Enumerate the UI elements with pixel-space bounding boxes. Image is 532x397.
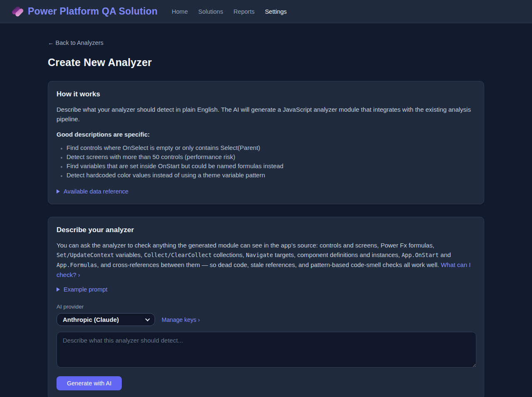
nav-item-reports[interactable]: Reports: [234, 8, 255, 15]
example-descriptions-list: Find controls where OnSelect is empty or…: [57, 143, 475, 180]
disclosure-triangle-icon: [57, 287, 60, 292]
inline-code: Set/UpdateContext: [57, 252, 114, 258]
list-item: Find variables that are set inside OnSta…: [66, 162, 475, 171]
power-platform-logo-icon: [12, 5, 24, 17]
main-nav: Home Solutions Reports Settings: [172, 8, 287, 15]
inline-text: targets, component definitions and insta…: [273, 251, 401, 258]
nav-item-solutions[interactable]: Solutions: [198, 8, 223, 15]
generate-with-ai-button[interactable]: Generate with AI: [57, 376, 122, 390]
inline-code: App.OnStart: [401, 252, 438, 258]
inline-text: , and cross-references between them — so…: [97, 261, 441, 268]
top-navigation-bar: Power Platform QA Solution Home Solution…: [0, 0, 532, 23]
list-item: Find controls where OnSelect is empty or…: [66, 143, 475, 152]
provider-row: Anthropic (Claude) Manage keys ›: [57, 313, 475, 326]
describe-analyzer-heading: Describe your analyzer: [57, 226, 475, 234]
main-content: ← Back to Analyzers Create New Analyzer …: [48, 23, 484, 397]
app-title: Power Platform QA Solution: [28, 6, 158, 17]
nav-item-settings[interactable]: Settings: [265, 8, 286, 15]
app-root: Power Platform QA Solution Home Solution…: [0, 0, 532, 397]
good-descriptions-subheading: Good descriptions are specific:: [57, 131, 475, 138]
brand[interactable]: Power Platform QA Solution: [12, 5, 158, 17]
disclosure-triangle-icon: [57, 189, 60, 194]
describe-analyzer-intro: You can ask the analyzer to check anythi…: [57, 240, 475, 279]
inline-text: You can ask the analyzer to check anythi…: [57, 242, 434, 249]
ai-provider-select[interactable]: Anthropic (Claude): [57, 313, 155, 326]
ai-provider-label: AI provider: [57, 304, 475, 310]
back-to-analyzers-link[interactable]: ← Back to Analyzers: [48, 39, 103, 46]
inline-code: App.Formulas: [57, 262, 97, 268]
example-prompt-toggle[interactable]: Example prompt: [57, 286, 108, 293]
inline-code: Navigate: [246, 252, 273, 258]
how-it-works-intro: Describe what your analyzer should detec…: [57, 105, 475, 124]
list-item: Detect screens with more than 50 control…: [66, 152, 475, 162]
nav-item-home[interactable]: Home: [172, 8, 188, 15]
how-it-works-card: How it works Describe what your analyzer…: [48, 81, 484, 204]
how-it-works-heading: How it works: [57, 90, 475, 98]
analyzer-description-textarea[interactable]: [57, 332, 476, 368]
inline-text: variables,: [114, 251, 144, 258]
page-title: Create New Analyzer: [48, 56, 484, 69]
list-item: Detect hardcoded color values instead of…: [66, 171, 475, 180]
inline-code: Collect/ClearCollect: [144, 252, 212, 258]
inline-text: collections,: [212, 251, 246, 258]
describe-analyzer-card: Describe your analyzer You can ask the a…: [48, 217, 484, 397]
manage-keys-link[interactable]: Manage keys ›: [162, 316, 200, 323]
inline-text: and: [439, 251, 451, 258]
available-data-reference-toggle[interactable]: Available data reference: [57, 188, 128, 195]
